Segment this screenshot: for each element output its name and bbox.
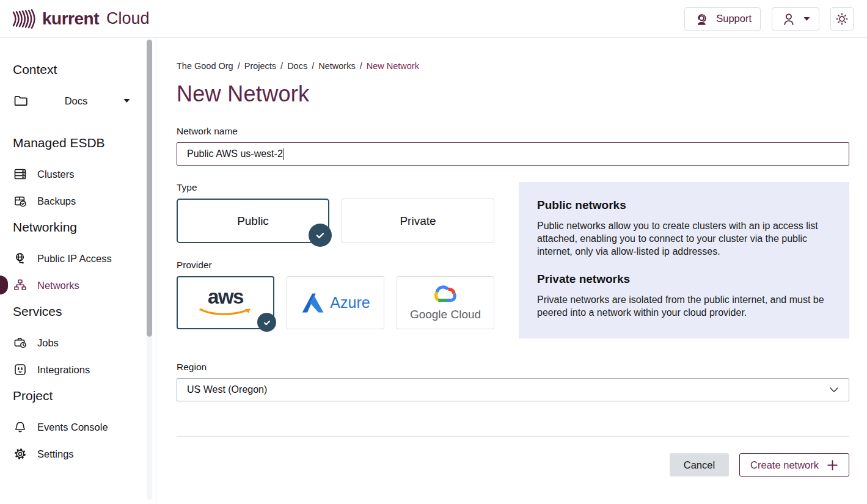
type-option-public[interactable]: Public [177, 199, 329, 243]
sidebar-item-public-ip-access[interactable]: Public IP Access [13, 250, 156, 266]
region-select[interactable]: US West (Oregon) [177, 378, 849, 401]
section-heading-project: Project [13, 389, 156, 403]
folder-icon [13, 93, 29, 109]
breadcrumb-current: New Network [367, 61, 419, 71]
info-heading-public: Public networks [537, 199, 831, 212]
backup-box-check-icon [13, 194, 27, 208]
network-name-label: Network name [177, 126, 849, 137]
provider-option-azure[interactable]: Azure [287, 276, 384, 329]
sidebar-item-settings[interactable]: Settings [13, 446, 156, 462]
sidebar-item-integrations[interactable]: Integrations [13, 362, 156, 378]
sidebar-item-jobs[interactable]: Jobs [13, 335, 156, 351]
sidebar-scrollbar[interactable] [147, 38, 152, 500]
breadcrumb-item[interactable]: The Good Org [177, 61, 233, 71]
brand-suffix: Cloud [106, 9, 150, 28]
chevron-down-icon [803, 16, 810, 21]
google-cloud-label: Google Cloud [410, 308, 481, 321]
aws-smile-icon [199, 308, 252, 317]
type-option-label: Public [237, 214, 269, 228]
globe-network-icon [13, 251, 27, 266]
power-outlet-icon [13, 362, 27, 377]
bell-icon [13, 420, 27, 434]
network-type-info-panel: Public networks Public networks allow yo… [519, 182, 849, 338]
breadcrumb-item[interactable]: Docs [287, 61, 307, 71]
type-option-private[interactable]: Private [342, 199, 494, 243]
user-menu-button[interactable] [772, 7, 819, 31]
caret-down-icon [123, 98, 130, 103]
sidebar-item-label: Settings [37, 448, 74, 460]
active-item-indicator [0, 276, 8, 294]
aws-logo: aws [208, 288, 243, 305]
sidebar-item-label: Networks [37, 280, 79, 291]
region-label: Region [177, 362, 849, 373]
cancel-button[interactable]: Cancel [670, 453, 729, 477]
provider-label: Provider [177, 260, 494, 271]
context-heading: Context [13, 62, 156, 77]
project-selector-label: Docs [29, 95, 123, 107]
info-heading-private: Private networks [537, 272, 831, 286]
breadcrumb-separator: / [280, 61, 283, 71]
plus-icon [827, 459, 838, 471]
sidebar-scrollbar-thumb[interactable] [147, 40, 152, 337]
breadcrumb-separator: / [360, 61, 362, 71]
info-body-public: Public networks allow you to create clus… [537, 219, 831, 258]
google-cloud-logo-icon [431, 285, 460, 304]
text-cursor [284, 148, 285, 160]
selected-check-badge [257, 313, 276, 332]
sidebar-item-label: Backups [37, 195, 76, 207]
chevron-down-icon [829, 387, 839, 393]
sidebar-item-label: Public IP Access [37, 253, 112, 265]
sound-waves-icon [11, 8, 37, 30]
network-name-input[interactable]: Public AWS us-west-2 [177, 142, 849, 166]
gear-icon [13, 447, 27, 461]
theme-toggle-button[interactable] [830, 7, 854, 31]
briefcase-clock-icon [13, 335, 27, 350]
page-title: New Network [177, 81, 849, 107]
azure-label: Azure [330, 294, 370, 312]
support-agent-icon [693, 11, 709, 27]
region-selected-value: US West (Oregon) [187, 384, 267, 395]
create-network-label: Create network [750, 459, 819, 471]
sidebar-item-backups[interactable]: Backups [13, 193, 156, 209]
support-button[interactable]: Support [684, 7, 761, 31]
user-icon [781, 11, 797, 27]
support-label: Support [716, 13, 752, 24]
breadcrumb: The Good Org/Projects/Docs/Networks/New … [177, 61, 849, 71]
sun-icon [835, 12, 849, 26]
breadcrumb-item[interactable]: Projects [244, 61, 276, 71]
breadcrumb-separator: / [312, 61, 314, 71]
breadcrumb-separator: / [238, 61, 240, 71]
sidebar-item-label: Events Console [37, 422, 108, 433]
server-stack-icon [13, 167, 27, 181]
project-selector[interactable]: Docs [13, 93, 130, 109]
section-heading-networking: Networking [13, 220, 156, 235]
info-body-private: Private networks are isolated from the p… [537, 293, 831, 319]
check-icon [313, 228, 327, 242]
check-icon [262, 317, 273, 328]
sidebar-item-label: Integrations [37, 364, 90, 376]
network-hierarchy-icon [13, 278, 27, 293]
type-label: Type [177, 182, 494, 193]
provider-option-google-cloud[interactable]: Google Cloud [397, 276, 494, 329]
section-heading-services: Services [13, 304, 156, 319]
sidebar-item-events-console[interactable]: Events Console [13, 419, 156, 435]
section-heading-managed-esdb: Managed ESDB [13, 136, 156, 150]
breadcrumb-item[interactable]: Networks [318, 61, 355, 71]
sidebar-item-label: Clusters [37, 169, 75, 180]
app-logo[interactable]: kurrent Cloud [11, 8, 150, 30]
form-footer-divider [177, 436, 849, 437]
azure-logo-icon [301, 291, 326, 315]
type-option-label: Private [400, 214, 436, 228]
app-header: kurrent Cloud Support [0, 0, 867, 38]
create-network-button[interactable]: Create network [739, 453, 849, 477]
sidebar: Context Docs Managed ESDB Clusters Backu… [0, 38, 156, 504]
selected-check-badge [309, 224, 332, 247]
provider-option-aws[interactable]: aws [177, 276, 274, 329]
brand-name: kurrent [42, 9, 99, 29]
sidebar-item-clusters[interactable]: Clusters [13, 166, 156, 182]
sidebar-item-label: Jobs [37, 337, 59, 349]
network-name-value: Public AWS us-west-2 [187, 148, 283, 159]
sidebar-item-networks[interactable]: Networks [13, 277, 156, 293]
main-content: The Good Org/Projects/Docs/Networks/New … [156, 38, 867, 504]
